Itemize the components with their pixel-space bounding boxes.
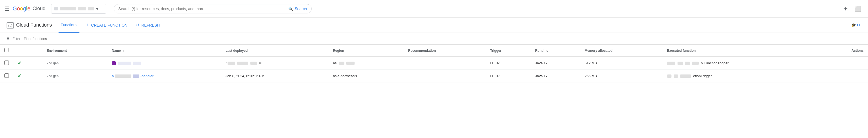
row1-checkbox[interactable] bbox=[4, 60, 9, 65]
search-bar[interactable]: 🔍 Search bbox=[114, 4, 312, 13]
row1-name-link[interactable] bbox=[133, 61, 141, 65]
executed-function-column-header: Executed function bbox=[663, 45, 821, 57]
filter-icon: ≡ bbox=[7, 36, 9, 41]
logo-letter-g2: g bbox=[23, 5, 26, 11]
row2-memory: 256 MB bbox=[585, 74, 597, 78]
row2-region: asia-northeast1 bbox=[333, 74, 358, 78]
row2-last-deployed: Jan 8, 2024, 6:10:12 PM bbox=[225, 74, 265, 78]
create-function-button[interactable]: ＋ CREATE FUNCTION bbox=[82, 20, 130, 30]
row2-last-deployed-cell: Jan 8, 2024, 6:10:12 PM bbox=[221, 70, 329, 82]
row1-runtime-cell: Java 17 bbox=[531, 57, 580, 70]
row1-deployed-suffix: M bbox=[259, 61, 262, 65]
functions-table: Environment Name ↑ Last deployed Region … bbox=[0, 45, 868, 82]
add-icon: ＋ bbox=[85, 22, 89, 28]
row2-environment-cell: 2nd gen bbox=[42, 70, 107, 82]
row1-name-suffix-block bbox=[133, 61, 141, 65]
row1-runtime: Java 17 bbox=[535, 61, 548, 65]
table-header: Environment Name ↑ Last deployed Region … bbox=[0, 45, 868, 57]
row1-exec-block1 bbox=[667, 61, 675, 65]
row1-trigger-cell: HTTP bbox=[486, 57, 531, 70]
sort-asc-icon: ↑ bbox=[123, 49, 125, 53]
region-column-header: Region bbox=[329, 45, 404, 57]
row2-status-cell: ✔ bbox=[13, 70, 42, 82]
row2-trigger: HTTP bbox=[490, 74, 499, 78]
row1-executed-function-cell: n.FunctionTrigger bbox=[663, 57, 821, 70]
project-id-block bbox=[88, 7, 94, 10]
create-function-label: CREATE FUNCTION bbox=[91, 23, 127, 28]
row1-actions-cell: ⋮ bbox=[821, 57, 868, 70]
row2-name-block2 bbox=[133, 75, 140, 78]
refresh-button[interactable]: ↺ REFRESH bbox=[133, 20, 163, 30]
row1-actions-menu-icon[interactable]: ⋮ bbox=[857, 59, 864, 67]
row1-environment-cell: 2nd gen bbox=[42, 57, 107, 70]
logo-letter-g: G bbox=[13, 5, 17, 11]
row1-last-deployed: / bbox=[225, 61, 226, 65]
row1-exec-block3 bbox=[685, 61, 690, 65]
runtime-column-header: Runtime bbox=[531, 45, 580, 57]
row2-exec-block1 bbox=[667, 75, 672, 78]
row2-trigger-cell: HTTP bbox=[486, 70, 531, 82]
functions-table-container: Environment Name ↑ Last deployed Region … bbox=[0, 45, 868, 82]
recommendation-column-header: Recommendation bbox=[404, 45, 486, 57]
last-deployed-column-header: Last deployed bbox=[221, 45, 329, 57]
row2-exec-block2 bbox=[674, 75, 678, 78]
filter-bar: ≡ Filter bbox=[0, 33, 868, 45]
refresh-label: REFRESH bbox=[141, 23, 160, 28]
table-row: ✔ 2nd gen a -handler Jan 8, 2024, 6:10:1… bbox=[0, 70, 868, 82]
notifications-icon[interactable]: ⬜ bbox=[852, 3, 864, 14]
filter-label: Filter bbox=[12, 37, 20, 41]
row2-checkbox[interactable] bbox=[4, 74, 9, 78]
row2-recommendation-cell bbox=[404, 70, 486, 82]
row1-time-block bbox=[237, 61, 248, 65]
table-row: ✔ 2nd gen / M bbox=[0, 57, 868, 70]
row2-exec-block3 bbox=[680, 75, 691, 78]
filter-input[interactable] bbox=[24, 37, 861, 41]
status-ok-icon: ✔ bbox=[18, 60, 22, 66]
row1-region: as bbox=[333, 61, 337, 65]
row2-name-link[interactable]: a -handler bbox=[112, 74, 154, 78]
table-body: ✔ 2nd gen / M bbox=[0, 57, 868, 82]
row1-region-block bbox=[339, 61, 344, 65]
row2-environment: 2nd gen bbox=[47, 74, 59, 78]
gemini-icon[interactable]: ✦ bbox=[841, 3, 850, 14]
row2-name-cell: a -handler bbox=[107, 70, 221, 82]
row1-exec-block2 bbox=[678, 61, 683, 65]
hamburger-menu-icon[interactable]: ☰ bbox=[4, 5, 9, 12]
search-input[interactable] bbox=[119, 7, 283, 11]
row2-runtime: Java 17 bbox=[535, 74, 548, 78]
search-button[interactable]: 🔍 Search bbox=[285, 7, 307, 11]
row1-executed-function: n.FunctionTrigger bbox=[701, 61, 728, 65]
row1-region-cell: as bbox=[329, 57, 404, 70]
project-selector[interactable]: ▾ bbox=[51, 4, 106, 14]
row2-executed-function: ctionTrigger bbox=[693, 74, 712, 78]
row1-status-cell: ✔ bbox=[13, 57, 42, 70]
row1-environment: 2nd gen bbox=[47, 61, 59, 65]
refresh-icon: ↺ bbox=[136, 23, 140, 28]
environment-column-header: Environment bbox=[42, 45, 107, 57]
row2-name-suffix: -handler bbox=[141, 74, 154, 78]
logo-letter-o2: o bbox=[20, 5, 23, 11]
search-icon: 🔍 bbox=[288, 7, 293, 11]
row2-memory-cell: 256 MB bbox=[580, 70, 663, 82]
row2-actions-cell: ⋮ bbox=[821, 70, 868, 82]
learn-icon: 🎓 bbox=[851, 23, 856, 27]
row1-memory-cell: 512 MB bbox=[580, 57, 663, 70]
status-column-header bbox=[13, 45, 42, 57]
memory-column-header: Memory allocated bbox=[580, 45, 663, 57]
learn-button[interactable]: 🎓 LE bbox=[851, 23, 861, 27]
row1-date-block bbox=[227, 61, 235, 65]
row2-actions-menu-icon[interactable]: ⋮ bbox=[857, 72, 864, 80]
cloud-functions-icon: (..) bbox=[7, 22, 14, 28]
logo-letter-e: e bbox=[27, 5, 30, 11]
name-column-header[interactable]: Name ↑ bbox=[107, 45, 221, 57]
select-all-checkbox[interactable] bbox=[4, 48, 9, 52]
row1-recommendation-cell bbox=[404, 57, 486, 70]
cloud-text: Cloud bbox=[33, 6, 45, 11]
row1-name-cell bbox=[107, 57, 221, 70]
status-ok-icon: ✔ bbox=[18, 73, 22, 79]
sub-navigation: (..) Cloud Functions Functions ＋ CREATE … bbox=[0, 17, 868, 33]
trigger-column-header: Trigger bbox=[486, 45, 531, 57]
chevron-down-icon: ▾ bbox=[96, 6, 98, 12]
tab-functions[interactable]: Functions bbox=[59, 17, 80, 33]
row1-checkbox-cell bbox=[0, 57, 13, 70]
